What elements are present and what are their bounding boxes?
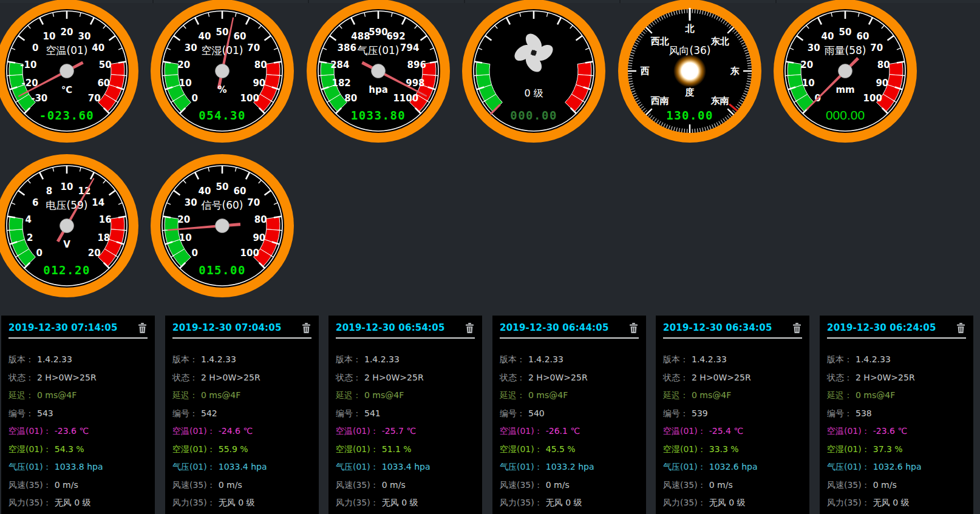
- record-field-label: 延迟：: [663, 390, 689, 400]
- trash-icon[interactable]: [629, 323, 639, 333]
- record-field-value: 543: [37, 408, 53, 418]
- record-row: 延迟：0 ms@4F: [500, 387, 639, 405]
- record-row: 延迟：0 ms@4F: [9, 387, 148, 405]
- record-field-value: 1.4.2.33: [528, 354, 563, 364]
- record-card: 2019-12-30 06:44:05版本：1.4.2.33状态：2 H>0W>…: [492, 316, 646, 514]
- record-card: 2019-12-30 07:14:05版本：1.4.2.33状态：2 H>0W>…: [1, 316, 155, 514]
- record-row: 风速(35)：0 m/s: [172, 476, 311, 495]
- record-field-value: -26.1 ℃: [546, 426, 580, 436]
- record-field-value: -25.4 ℃: [709, 426, 743, 436]
- record-card-list: 2019-12-30 07:14:05版本：1.4.2.33状态：2 H>0W>…: [0, 0, 980, 514]
- record-row: 气压(01)：1033.4 hpa: [336, 458, 475, 476]
- record-row: 风向(36)：东南: [336, 512, 475, 514]
- record-field-value: 0 ms@4F: [692, 390, 731, 400]
- record-field-value: 0 m/s: [382, 480, 406, 490]
- record-field-label: 风速(35)：: [172, 480, 216, 490]
- record-field-label: 版本：: [663, 354, 689, 364]
- record-timestamp: 2019-12-30 07:04:05: [172, 322, 282, 333]
- trash-icon[interactable]: [956, 323, 966, 333]
- card-header: 2019-12-30 06:44:05: [500, 320, 639, 339]
- record-field-label: 空温(01)：: [336, 426, 379, 436]
- record-field-value: 541: [364, 408, 381, 418]
- record-field-label: 版本：: [172, 354, 198, 364]
- record-field-label: 空湿(01)：: [336, 444, 379, 454]
- record-field-label: 风速(35)：: [500, 480, 543, 490]
- record-timestamp: 2019-12-30 06:44:05: [500, 322, 609, 333]
- record-field-value: 0 ms@4F: [364, 390, 404, 400]
- record-card: 2019-12-30 06:54:05版本：1.4.2.33状态：2 H>0W>…: [328, 316, 482, 514]
- record-field-value: -25.7 ℃: [382, 426, 416, 436]
- record-field-value: 1033.2 hpa: [546, 462, 594, 472]
- record-rows: 版本：1.4.2.33状态：2 H>0W>25R延迟：0 ms@4F编号：542…: [172, 351, 311, 514]
- record-field-label: 空温(01)：: [663, 426, 706, 436]
- record-row: 编号：540: [500, 405, 639, 423]
- record-row: 气压(01)：1033.8 hpa: [9, 458, 148, 476]
- record-row: 编号：538: [827, 405, 966, 423]
- record-row: 空温(01)：-23.6 ℃: [9, 422, 148, 441]
- record-field-label: 延迟：: [9, 390, 34, 400]
- record-field-value: 0 m/s: [546, 480, 570, 490]
- record-row: 延迟：0 ms@4F: [827, 387, 966, 405]
- record-row: 风速(35)：0 m/s: [827, 476, 966, 495]
- trash-icon[interactable]: [138, 323, 148, 333]
- record-field-value: 2 H>0W>25R: [37, 373, 97, 382]
- record-row: 风向(36)：东南: [827, 512, 966, 514]
- record-field-value: 无风 0 级: [382, 498, 418, 507]
- record-field-label: 延迟：: [827, 390, 852, 400]
- record-card: 2019-12-30 06:34:05版本：1.4.2.33状态：2 H>0W>…: [656, 316, 809, 514]
- record-field-label: 编号：: [9, 408, 34, 418]
- record-field-label: 版本：: [500, 354, 525, 364]
- record-field-label: 状态：: [9, 373, 34, 382]
- record-row: 延迟：0 ms@4F: [172, 387, 311, 405]
- record-row: 版本：1.4.2.33: [172, 351, 311, 369]
- record-field-label: 空湿(01)：: [663, 444, 706, 454]
- record-field-label: 风力(35)：: [336, 498, 379, 507]
- trash-icon[interactable]: [465, 323, 475, 333]
- record-field-label: 延迟：: [336, 390, 361, 400]
- record-field-label: 延迟：: [172, 390, 198, 400]
- record-rows: 版本：1.4.2.33状态：2 H>0W>25R延迟：0 ms@4F编号：540…: [500, 351, 639, 514]
- record-field-label: 版本：: [827, 354, 852, 364]
- record-field-value: 45.5 %: [546, 444, 576, 454]
- record-row: 编号：542: [172, 405, 311, 423]
- record-field-label: 空温(01)：: [9, 426, 52, 436]
- record-field-label: 状态：: [663, 373, 689, 382]
- record-field-value: 1.4.2.33: [364, 354, 400, 364]
- record-row: 风力(35)：无风 0 级: [663, 494, 802, 512]
- record-field-value: 0 ms@4F: [528, 390, 568, 400]
- record-row: 风向(36)：东南: [9, 512, 148, 514]
- record-field-value: -24.6 ℃: [219, 426, 253, 436]
- record-timestamp: 2019-12-30 06:34:05: [663, 322, 772, 333]
- record-row: 风力(35)：无风 0 级: [9, 494, 148, 512]
- record-field-label: 空温(01)：: [500, 426, 543, 436]
- record-row: 编号：541: [336, 405, 475, 423]
- record-field-label: 编号：: [500, 408, 525, 418]
- record-field-label: 风力(35)：: [827, 498, 870, 507]
- record-row: 空温(01)：-25.4 ℃: [663, 422, 802, 441]
- record-card: 2019-12-30 06:24:05版本：1.4.2.33状态：2 H>0W>…: [820, 316, 973, 514]
- record-timestamp: 2019-12-30 06:54:05: [336, 322, 445, 333]
- record-row: 延迟：0 ms@4F: [663, 387, 802, 405]
- record-field-value: 1.4.2.33: [37, 354, 72, 364]
- trash-icon[interactable]: [792, 323, 802, 333]
- card-header: 2019-12-30 06:24:05: [827, 320, 966, 339]
- record-field-value: 0 ms@4F: [37, 390, 77, 400]
- record-field-label: 延迟：: [500, 390, 525, 400]
- record-rows: 版本：1.4.2.33状态：2 H>0W>25R延迟：0 ms@4F编号：543…: [9, 351, 148, 514]
- trash-icon[interactable]: [302, 323, 311, 333]
- record-field-label: 版本：: [9, 354, 34, 364]
- record-row: 版本：1.4.2.33: [500, 351, 639, 369]
- record-field-label: 气压(01)：: [663, 462, 706, 472]
- record-field-value: 0 ms@4F: [856, 390, 895, 400]
- record-row: 状态：2 H>0W>25R: [663, 369, 802, 387]
- record-row: 空湿(01)：45.5 %: [500, 441, 639, 459]
- record-card: 2019-12-30 07:04:05版本：1.4.2.33状态：2 H>0W>…: [165, 316, 319, 514]
- record-field-value: 538: [856, 408, 872, 418]
- record-row: 编号：539: [663, 405, 802, 423]
- record-field-label: 气压(01)：: [336, 462, 379, 472]
- record-row: 风向(36)：东南: [663, 512, 802, 514]
- record-field-label: 气压(01)：: [827, 462, 870, 472]
- record-row: 风力(35)：无风 0 级: [336, 494, 475, 512]
- card-header: 2019-12-30 06:34:05: [663, 320, 802, 339]
- record-row: 空温(01)：-24.6 ℃: [172, 422, 311, 441]
